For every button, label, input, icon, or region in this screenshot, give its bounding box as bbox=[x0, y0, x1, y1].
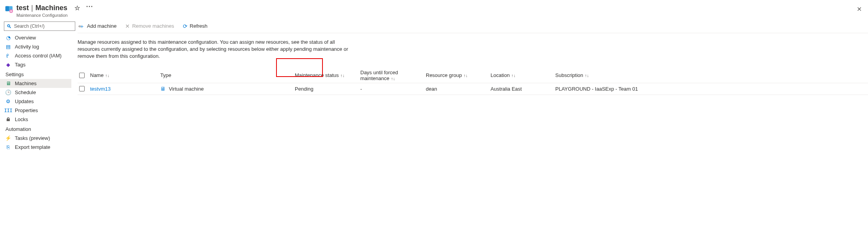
breadcrumb: test | Machines ☆ ··· bbox=[16, 4, 93, 12]
sidebar-item-label: Export template bbox=[15, 144, 50, 150]
sort-icon: ↑↓ bbox=[585, 73, 589, 78]
sidebar-search[interactable]: 🔍︎ bbox=[4, 21, 75, 31]
row-checkbox[interactable] bbox=[78, 84, 90, 93]
tasks-icon: ⚡ bbox=[5, 136, 11, 141]
sidebar-item-label: Machines bbox=[15, 80, 37, 86]
sidebar-item-label: Tags bbox=[15, 62, 25, 68]
search-icon: 🔍︎ bbox=[7, 23, 12, 29]
table-header-row: Name↑↓ Type Maintenance status↑↓ Days un… bbox=[78, 68, 868, 83]
column-header-type[interactable]: Type bbox=[160, 71, 295, 80]
cell-location: Australia East bbox=[491, 86, 522, 92]
column-header-location[interactable]: Location↑↓ bbox=[491, 71, 555, 80]
cell-maintenance-status: Pending bbox=[295, 86, 314, 92]
sidebar-item-label: Updates bbox=[15, 98, 34, 104]
sidebar-item-tags[interactable]: ◆ Tags bbox=[0, 60, 71, 69]
favorite-star-icon[interactable]: ☆ bbox=[74, 4, 80, 12]
sort-icon: ↑↓ bbox=[511, 73, 515, 78]
activity-log-icon: ▤ bbox=[5, 44, 11, 50]
sort-icon: ↑↓ bbox=[105, 73, 110, 78]
remove-icon: ✕ bbox=[125, 23, 130, 29]
sidebar-item-label: Tasks (preview) bbox=[15, 135, 50, 141]
refresh-icon: ⟳ bbox=[183, 23, 188, 29]
overview-icon: ◔ bbox=[5, 35, 11, 41]
page-header: test | Machines ☆ ··· Maintenance Config… bbox=[0, 0, 868, 19]
breadcrumb-page: Machines bbox=[35, 4, 67, 12]
column-header-maintenance-status[interactable]: Maintenance status↑↓ bbox=[295, 71, 360, 80]
breadcrumb-resource[interactable]: test bbox=[16, 4, 29, 12]
schedule-icon: 🕒 bbox=[5, 90, 11, 95]
column-header-days-until[interactable]: Days until forced maintenance↑↓ bbox=[360, 68, 426, 83]
more-menu-icon[interactable]: ··· bbox=[86, 3, 93, 11]
add-machine-button[interactable]: ＋ Add machine bbox=[78, 21, 118, 30]
sidebar-item-label: Access control (IAM) bbox=[15, 53, 62, 59]
sidebar-item-label: Properties bbox=[15, 107, 38, 113]
sidebar-item-activity-log[interactable]: ▤ Activity log bbox=[0, 42, 71, 51]
access-control-icon: ᠻ bbox=[5, 53, 11, 59]
toolbar-label: Remove machines bbox=[132, 23, 174, 29]
sidebar-item-schedule[interactable]: 🕒 Schedule bbox=[0, 88, 71, 97]
sidebar-item-machines[interactable]: 🖥︎ Machines bbox=[0, 79, 71, 88]
virtual-machine-icon: 🖥︎ bbox=[160, 86, 166, 92]
toolbar-label: Refresh bbox=[190, 23, 208, 29]
machines-table: Name↑↓ Type Maintenance status↑↓ Days un… bbox=[78, 63, 868, 95]
sidebar-item-properties[interactable]: ⵊⵊⵊ Properties bbox=[0, 106, 71, 115]
sidebar-group-settings: Settings bbox=[0, 69, 71, 79]
toolbar: ＋ Add machine ✕ Remove machines ⟳ Refres… bbox=[78, 19, 868, 33]
cell-days-until: - bbox=[360, 86, 362, 92]
breadcrumb-subtitle: Maintenance Configuration bbox=[16, 13, 93, 18]
sidebar-item-locks[interactable]: 🔒︎ Locks bbox=[0, 115, 71, 124]
updates-icon: ⚙ bbox=[5, 99, 11, 104]
sidebar-item-label: Overview bbox=[15, 35, 36, 41]
refresh-button[interactable]: ⟳ Refresh bbox=[181, 21, 209, 30]
resource-link[interactable]: testvm13 bbox=[90, 86, 111, 92]
cell-subscription: PLAYGROUND - IaaSExp - Team 01 bbox=[555, 86, 638, 92]
table-row[interactable]: testvm13 🖥︎ Virtual machine Pending - de… bbox=[78, 83, 868, 95]
sidebar-item-label: Activity log bbox=[15, 44, 39, 50]
main-content: ＋ Add machine ✕ Remove machines ⟳ Refres… bbox=[71, 19, 868, 227]
sidebar-item-tasks[interactable]: ⚡ Tasks (preview) bbox=[0, 134, 71, 143]
sidebar-item-label: Locks bbox=[15, 116, 28, 122]
tags-icon: ◆ bbox=[5, 62, 11, 68]
sidebar-item-updates[interactable]: ⚙ Updates bbox=[0, 97, 71, 106]
toolbar-label: Add machine bbox=[87, 23, 117, 29]
locks-icon: 🔒︎ bbox=[5, 117, 11, 122]
column-header-name[interactable]: Name↑↓ bbox=[90, 71, 160, 80]
sidebar-item-access-control[interactable]: ᠻ Access control (IAM) bbox=[0, 51, 71, 60]
remove-machines-button: ✕ Remove machines bbox=[124, 21, 176, 30]
svg-rect-1 bbox=[5, 6, 9, 11]
cell-type: Virtual machine bbox=[169, 86, 204, 92]
close-icon[interactable]: ✕ bbox=[857, 5, 862, 13]
column-header-resource-group[interactable]: Resource group↑↓ bbox=[426, 71, 491, 80]
sort-icon: ↑↓ bbox=[340, 73, 345, 78]
page-description: Manage resources assigned to this mainte… bbox=[78, 33, 351, 63]
sidebar-group-automation: Automation bbox=[0, 124, 71, 134]
maintenance-config-icon bbox=[5, 5, 13, 13]
sidebar-item-export-template[interactable]: ⎘ Export template bbox=[0, 143, 71, 152]
properties-icon: ⵊⵊⵊ bbox=[5, 108, 11, 113]
plus-icon: ＋ bbox=[79, 23, 85, 29]
search-input[interactable] bbox=[14, 23, 73, 29]
machines-icon: 🖥︎ bbox=[5, 81, 11, 86]
cell-resource-group: dean bbox=[426, 86, 437, 92]
sidebar: 🔍︎ « ◔ Overview ▤ Activity log ᠻ Access … bbox=[0, 19, 71, 227]
breadcrumb-separator: | bbox=[31, 4, 33, 12]
sidebar-item-overview[interactable]: ◔ Overview bbox=[0, 33, 71, 42]
sort-icon: ↑↓ bbox=[464, 73, 468, 78]
sort-icon: ↑↓ bbox=[391, 76, 395, 81]
select-all-checkbox[interactable] bbox=[78, 71, 90, 80]
export-template-icon: ⎘ bbox=[5, 145, 11, 150]
sidebar-item-label: Schedule bbox=[15, 89, 36, 95]
column-header-subscription[interactable]: Subscription↑↓ bbox=[555, 71, 868, 80]
